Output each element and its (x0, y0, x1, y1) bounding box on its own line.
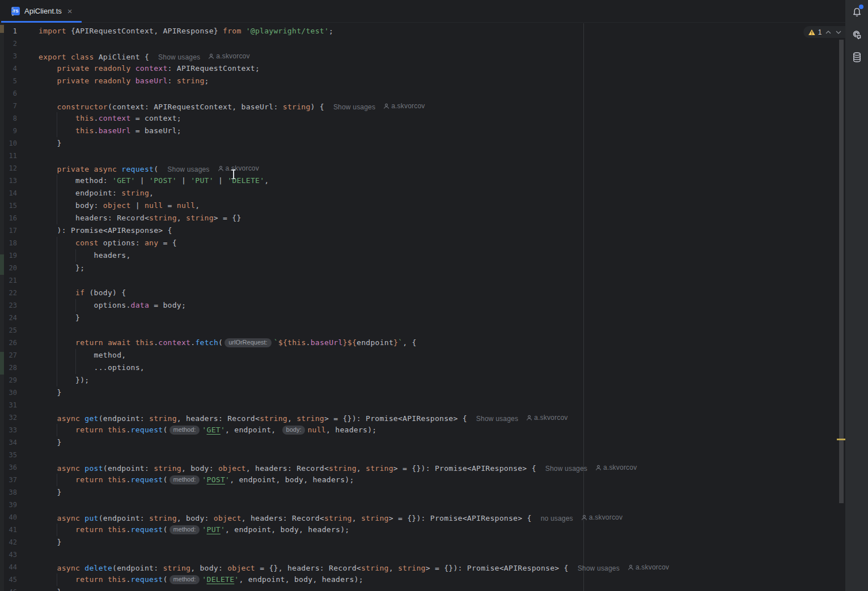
code-vision-author[interactable]: a.skvorcov (526, 411, 568, 424)
parameter-hint-pill[interactable]: method: (170, 525, 200, 534)
line-number[interactable]: 41 (0, 524, 17, 536)
line-number[interactable]: 43 (0, 549, 17, 561)
code-line[interactable]: 13 method: 'GET' | 'POST' | 'PUT' | 'DEL… (0, 175, 845, 187)
code-line[interactable]: 28 ...options, (0, 362, 845, 374)
code-line[interactable]: 39 (0, 499, 845, 511)
line-number[interactable]: 21 (0, 274, 17, 287)
line-number[interactable]: 16 (0, 212, 17, 224)
line-number[interactable]: 20 (0, 262, 17, 274)
parameter-hint-pill[interactable]: body: (282, 426, 306, 435)
line-number[interactable]: 15 (0, 199, 17, 212)
code-line[interactable]: 20 }; (0, 262, 845, 274)
code-line[interactable]: 27 method, (0, 349, 845, 362)
editor[interactable]: 1import {APIRequestContext, APIResponse}… (0, 23, 845, 591)
scrollbar-thumb[interactable] (839, 40, 844, 503)
line-number[interactable]: 26 (0, 337, 17, 349)
code-vision-usages[interactable]: Show usages (333, 103, 375, 111)
line-number[interactable]: 45 (0, 573, 17, 586)
code-vision-usages[interactable]: Show usages (476, 415, 518, 423)
line-number[interactable]: 31 (0, 399, 17, 411)
parameter-hint-pill[interactable]: method: (170, 575, 200, 584)
chevron-up-icon[interactable] (824, 28, 832, 37)
code-vision-author[interactable]: a.skvorcov (383, 100, 425, 112)
line-number[interactable]: 8 (0, 112, 17, 125)
line-number[interactable]: 44 (0, 561, 17, 573)
kebab-menu-icon[interactable] (2, 0, 23, 23)
code-line[interactable]: 16 headers: Record<string, string> = {} (0, 212, 845, 224)
line-number[interactable]: 46 (0, 586, 17, 591)
code-line[interactable]: 37 return this.request(method:'POST', en… (0, 474, 845, 486)
line-number[interactable]: 22 (0, 287, 17, 299)
line-number[interactable]: 11 (0, 150, 17, 162)
code-line[interactable]: 18 const options: any = { (0, 237, 845, 249)
code-line[interactable]: 17 ): Promise<APIResponse> { (0, 224, 845, 237)
editor-scrollbar[interactable] (838, 23, 845, 591)
code-vision-usages[interactable]: Show usages (167, 165, 209, 173)
line-number[interactable]: 34 (0, 436, 17, 449)
line-number[interactable]: 4 (0, 62, 17, 75)
code-line[interactable]: 22 if (body) { (0, 287, 845, 299)
line-number[interactable]: 7 (0, 100, 17, 112)
line-number[interactable]: 23 (0, 299, 17, 312)
line-number[interactable]: 2 (0, 37, 17, 50)
code-line[interactable]: 25 (0, 324, 845, 337)
ai-assistant-icon[interactable] (850, 28, 863, 41)
line-number[interactable]: 32 (0, 411, 17, 424)
line-number[interactable]: 6 (0, 87, 17, 100)
parameter-hint-pill[interactable]: urlOrRequest: (225, 338, 271, 347)
code-line[interactable]: 38 } (0, 486, 845, 499)
code-vision-author[interactable]: a.skvorcov (595, 461, 637, 474)
notifications-bell-icon[interactable] (850, 6, 863, 18)
line-number[interactable]: 17 (0, 224, 17, 237)
code-line[interactable]: 7 constructor(context: APIRequestContext… (0, 100, 845, 112)
line-number[interactable]: 3 (0, 50, 17, 62)
code-line[interactable]: 43 (0, 549, 845, 561)
code-line[interactable]: 19 headers, (0, 249, 845, 262)
code-vision-author[interactable]: a.skvorcov (208, 50, 249, 62)
code-line[interactable]: 10 } (0, 137, 845, 150)
line-number[interactable]: 12 (0, 162, 17, 175)
code-line[interactable]: 46 } (0, 586, 845, 591)
line-number[interactable]: 39 (0, 499, 17, 511)
code-vision-author[interactable]: a.skvorcov (581, 511, 623, 524)
code-line[interactable]: 33 return this.request(method:'GET', end… (0, 424, 845, 436)
line-number[interactable]: 18 (0, 237, 17, 249)
code-line[interactable]: 8 this.context = context; (0, 112, 845, 125)
code-line[interactable]: 6 (0, 87, 845, 100)
parameter-hint-pill[interactable]: method: (170, 475, 200, 484)
line-number[interactable]: 5 (0, 75, 17, 87)
line-number[interactable]: 29 (0, 374, 17, 386)
code-line[interactable]: 23 options.data = body; (0, 299, 845, 312)
code-line[interactable]: 14 endpoint: string, (0, 187, 845, 199)
code-vision-usages[interactable]: no usages (541, 515, 573, 522)
line-number[interactable]: 1 (0, 25, 17, 37)
code-line[interactable]: 1import {APIRequestContext, APIResponse}… (0, 25, 845, 37)
line-number[interactable]: 27 (0, 349, 17, 362)
line-number[interactable]: 24 (0, 312, 17, 324)
code-line[interactable]: 36 async post(endpoint: string, body: ob… (0, 461, 845, 474)
code-line[interactable]: 12 private async request(Show usagesa.sk… (0, 162, 845, 175)
line-number[interactable]: 35 (0, 449, 17, 461)
code-line[interactable]: 31 (0, 399, 845, 411)
line-number[interactable]: 38 (0, 486, 17, 499)
line-number[interactable]: 14 (0, 187, 17, 199)
code-vision-author[interactable]: a.skvorcov (628, 561, 669, 573)
code-line[interactable]: 9 this.baseUrl = baseUrl; (0, 125, 845, 137)
line-number[interactable]: 37 (0, 474, 17, 486)
code-line[interactable]: 5 private readonly baseUrl: string; (0, 75, 845, 87)
code-line[interactable]: 32 async get(endpoint: string, headers: … (0, 411, 845, 424)
line-number[interactable]: 10 (0, 137, 17, 150)
line-number[interactable]: 19 (0, 249, 17, 262)
code-line[interactable]: 41 return this.request(method:'PUT', end… (0, 524, 845, 536)
code-line[interactable]: 45 return this.request(method:'DELETE', … (0, 573, 845, 586)
code-line[interactable]: 26 return await this.context.fetch(urlOr… (0, 337, 845, 349)
code-vision-usages[interactable]: Show usages (578, 564, 620, 572)
line-number[interactable]: 25 (0, 324, 17, 337)
code-line[interactable]: 4 private readonly context: APIRequestCo… (0, 62, 845, 75)
code-line[interactable]: 44 async delete(endpoint: string, body: … (0, 561, 845, 573)
code-line[interactable]: 34 } (0, 436, 845, 449)
close-icon[interactable]: × (66, 6, 74, 16)
code-line[interactable]: 11 (0, 150, 845, 162)
line-number[interactable]: 28 (0, 362, 17, 374)
line-number[interactable]: 9 (0, 125, 17, 137)
